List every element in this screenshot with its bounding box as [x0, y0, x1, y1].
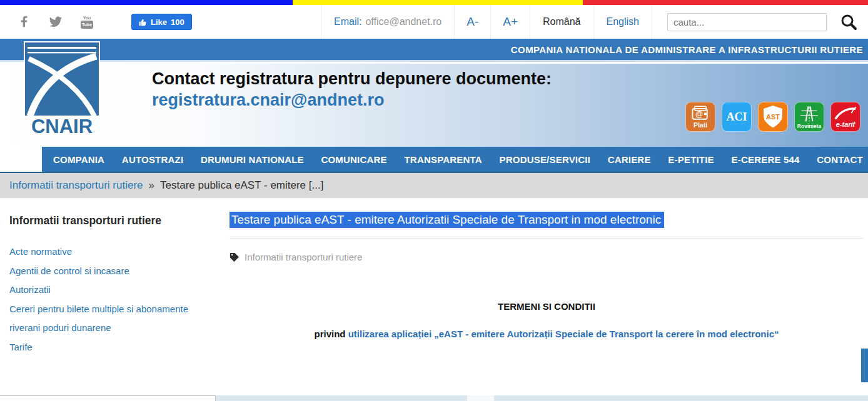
- breadcrumb-link[interactable]: Informatii transporturi rutiere: [9, 179, 143, 192]
- flag-stripe: [0, 0, 868, 5]
- like-label: Like: [151, 17, 167, 27]
- sidebar-title: Informatii transporturi rutiere: [9, 214, 217, 227]
- breadcrumb-separator: »: [149, 179, 154, 192]
- flag-yellow-segment: [293, 0, 583, 5]
- social-group: You Tube Like 100: [18, 5, 192, 39]
- twitter-icon[interactable]: [49, 15, 63, 29]
- email-value: office@andnet.ro: [365, 16, 442, 27]
- registry-contact-email[interactable]: registratura.cnair@andnet.ro: [152, 89, 552, 111]
- registry-contact-heading: Contact registratura pentru depunere doc…: [152, 68, 552, 89]
- nav-item-produse-servicii[interactable]: PRODUSE/SERVICII: [500, 154, 590, 165]
- nav-item-e-petitie[interactable]: E-PETITIE: [668, 154, 714, 165]
- language-english[interactable]: English: [593, 5, 652, 39]
- main-navigation: COMPANIA AUTOSTRAZI DRUMURI NATIONALE CO…: [0, 147, 868, 173]
- font-decrease-button[interactable]: A-: [454, 5, 490, 39]
- nav-item-cariere[interactable]: CARIERE: [608, 154, 651, 165]
- flag-red-segment: [583, 0, 868, 5]
- terms-link[interactable]: utilizarea aplicației „eAST - emitere Au…: [348, 329, 779, 339]
- breadcrumb: Informatii transporturi rutiere » Testar…: [0, 173, 868, 198]
- below-fold-panel-left: [0, 395, 216, 401]
- breadcrumb-current: Testare publica eAST - emitere [...]: [160, 179, 323, 192]
- quick-links: @ Plati ACI AST Rovinieta: [685, 102, 860, 132]
- flag-blue-segment: [0, 0, 293, 5]
- sidebar-item-cereri-bilete[interactable]: Cereri pentru bilete multiple si aboname…: [9, 300, 217, 338]
- svg-text:@: @: [695, 110, 703, 119]
- main-content: Testare publica eAST - emitere Autorizat…: [230, 198, 864, 339]
- nav-left-notch: [0, 147, 42, 172]
- nav-item-drumuri-nationale[interactable]: DRUMURI NATIONALE: [201, 154, 304, 165]
- rovinieta-icon[interactable]: Rovinieta: [794, 102, 824, 132]
- search-input[interactable]: [667, 13, 827, 31]
- plati-icon[interactable]: @ Plati: [685, 102, 715, 132]
- below-fold-strip: [0, 395, 868, 401]
- logo-text: CNAIR: [31, 116, 93, 135]
- nav-item-comunicare[interactable]: COMUNICARE: [321, 154, 386, 165]
- title-divider: [230, 238, 864, 239]
- sidebar-item-tarife[interactable]: Tarife: [9, 338, 217, 357]
- header-banner: Contact registratura pentru depunere doc…: [0, 64, 868, 147]
- terms-heading: TERMENI SI CONDITII: [230, 301, 864, 312]
- rovinieta-label: Rovinieta: [797, 124, 821, 129]
- aci-label: ACI: [726, 111, 747, 124]
- sidebar-item-autorizatii[interactable]: Autorizatii: [9, 280, 217, 300]
- below-fold-panel-gap: [467, 395, 494, 401]
- aci-icon[interactable]: ACI: [722, 102, 752, 132]
- youtube-icon[interactable]: You Tube: [80, 15, 94, 29]
- scrollbar-thumb[interactable]: [861, 349, 868, 382]
- sidebar: Informatii transporturi rutiere Acte nor…: [9, 214, 217, 357]
- utility-group: Email: office@andnet.ro A- A+ Română Eng…: [321, 5, 868, 39]
- sidebar-item-agentii[interactable]: Agentii de control si incasare: [9, 262, 217, 281]
- top-utility-bar: You Tube Like 100 Email: office@andnet.r…: [0, 5, 868, 39]
- ast-icon[interactable]: AST: [758, 102, 788, 132]
- company-name: COMPANIA NATIONALA DE ADMINISTRARE A INF…: [511, 44, 863, 55]
- plati-label: Plati: [694, 122, 707, 129]
- nav-item-e-cerere-544[interactable]: E-CERERE 544: [732, 154, 800, 165]
- ast-label: AST: [759, 113, 787, 121]
- terms-subheading: privind utilizarea aplicației „eAST - em…: [230, 329, 864, 339]
- company-band: COMPANIA NATIONALA DE ADMINISTRARE A INF…: [0, 39, 868, 62]
- tag-icon: [230, 252, 240, 262]
- below-fold-panel-right: [494, 395, 868, 401]
- cnair-logo[interactable]: CNAIR: [24, 41, 100, 137]
- search-area: [652, 5, 868, 39]
- category-tag[interactable]: Informatii transporturi rutiere: [245, 252, 362, 262]
- page-title: Testare publica eAST - emitere Autorizat…: [230, 212, 664, 228]
- terms-prefix: privind: [314, 329, 345, 339]
- etarif-label: e-tarif: [836, 121, 855, 128]
- etarif-icon[interactable]: e-tarif: [830, 102, 860, 132]
- below-fold-panel-mid: [216, 395, 467, 401]
- page: You Tube Like 100 Email: office@andnet.r…: [0, 0, 868, 401]
- sidebar-item-acte-normative[interactable]: Acte normative: [9, 242, 217, 262]
- email-label: Email:: [334, 16, 361, 27]
- nav-item-contact[interactable]: CONTACT: [817, 154, 863, 165]
- contact-email[interactable]: Email: office@andnet.ro: [321, 5, 454, 39]
- registry-contact: Contact registratura pentru depunere doc…: [152, 68, 552, 111]
- facebook-like-button[interactable]: Like 100: [131, 14, 192, 30]
- language-romanian[interactable]: Română: [530, 5, 593, 39]
- like-count: 100: [171, 17, 184, 27]
- facebook-icon[interactable]: [18, 15, 31, 29]
- nav-item-compania[interactable]: COMPANIA: [53, 154, 104, 165]
- nav-item-transparenta[interactable]: TRANSPARENTA: [404, 154, 482, 165]
- font-increase-button[interactable]: A+: [490, 5, 530, 39]
- thumbs-up-icon: [139, 18, 147, 26]
- nav-item-autostrazi[interactable]: AUTOSTRAZI: [122, 154, 183, 165]
- search-icon[interactable]: [839, 13, 858, 31]
